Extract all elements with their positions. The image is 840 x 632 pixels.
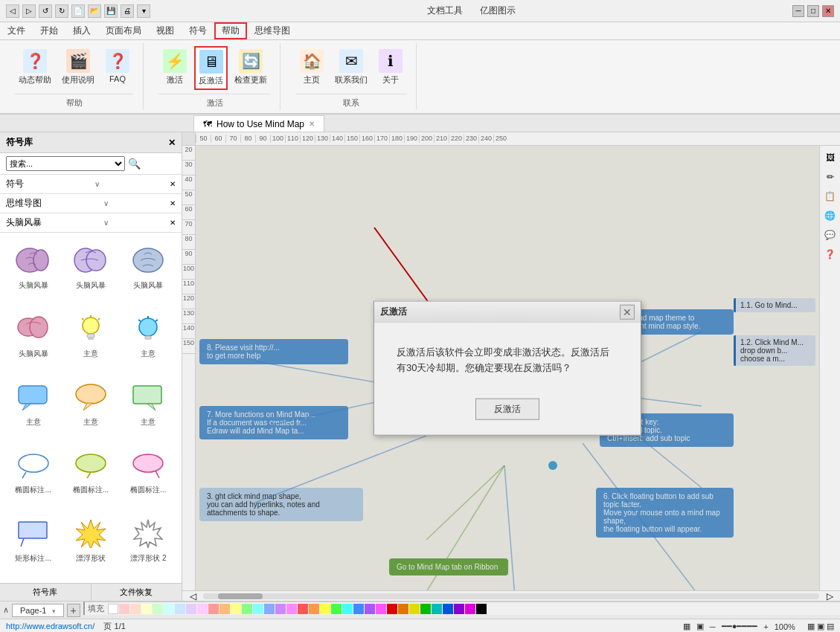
color-purple2[interactable] (275, 604, 286, 614)
ribbon-btn-faq[interactable]: ❓ FAQ (101, 46, 134, 86)
open-icon[interactable]: 📂 (88, 4, 101, 18)
symbol-item-brain2[interactable]: 头脑风暴 (63, 239, 118, 304)
symbol-item-speech3[interactable]: 主意 (121, 375, 176, 441)
statusbar-minus-icon[interactable]: ─ (710, 622, 716, 631)
dialog-close-button[interactable]: ✕ (620, 304, 635, 319)
color-green2[interactable] (242, 604, 252, 614)
scrollbar-horizontal[interactable]: ◁ ▷ (182, 590, 840, 601)
save-icon[interactable]: 💾 (104, 4, 118, 18)
symbol-item-burst1[interactable]: 漂浮形状 (63, 512, 118, 577)
redo-icon[interactable]: ↻ (55, 4, 68, 18)
print-icon[interactable]: 🖨 (121, 4, 134, 18)
symbol-item-ellipse3[interactable]: 椭圆标注... (121, 443, 176, 509)
ribbon-btn-deactivate[interactable]: 🖥 反激活 (194, 46, 228, 90)
color-magenta2[interactable] (286, 604, 297, 614)
color-green1[interactable] (153, 604, 163, 614)
rt-btn-clipboard[interactable]: 📋 (821, 187, 839, 205)
menu-file[interactable]: 文件 (0, 22, 33, 39)
undo-icon[interactable]: ↺ (39, 4, 52, 18)
rt-btn-image[interactable]: 🖼 (821, 149, 839, 167)
menu-start[interactable]: 开始 (33, 22, 65, 39)
scroll-track[interactable] (203, 593, 819, 599)
ribbon-btn-activate[interactable]: ⚡ 激活 (158, 46, 191, 88)
symbol-item-ellipse2[interactable]: 椭圆标注... (63, 443, 118, 509)
panel-section-mindmap-close[interactable]: ✕ (170, 199, 176, 207)
color-magenta3[interactable] (376, 604, 386, 614)
symbol-item-speech1[interactable]: 主意 (6, 375, 60, 441)
scroll-right-btn[interactable]: ▷ (822, 591, 837, 602)
color-darkorange[interactable] (398, 604, 408, 614)
symbol-item-speech2[interactable]: 主意 (63, 375, 118, 441)
symbol-item-bulb2[interactable]: 主意 (121, 307, 176, 373)
page-tab-1[interactable]: Page-1 ▾ (12, 604, 64, 617)
color-white[interactable] (108, 604, 118, 614)
symbol-item-burst2[interactable]: 漂浮形状 2 (121, 512, 176, 577)
panel-section-brainstorm-close[interactable]: ✕ (170, 219, 176, 227)
color-blue1[interactable] (175, 604, 185, 614)
color-cyan2[interactable] (253, 604, 263, 614)
menu-symbol[interactable]: 符号 (182, 22, 214, 39)
color-purple3[interactable] (365, 604, 375, 614)
ribbon-btn-manual[interactable]: 🎬 使用说明 (58, 46, 98, 88)
page-nav-up[interactable]: ∧ (3, 605, 9, 615)
ribbon-btn-contact[interactable]: ✉ 联系我们 (331, 46, 371, 88)
panel-footer-recovery[interactable]: 文件恢复 (92, 584, 182, 601)
color-darkyellow[interactable] (409, 604, 420, 614)
symbol-item-brain1[interactable]: 头脑风暴 (6, 239, 60, 304)
color-blue3[interactable] (353, 604, 364, 614)
menu-page-layout[interactable]: 页面布局 (98, 22, 149, 39)
color-red1[interactable] (208, 604, 219, 614)
statusbar-grid-icon[interactable]: ▦ (683, 622, 690, 631)
close-button[interactable]: ✕ (822, 5, 834, 17)
color-green3[interactable] (331, 604, 342, 614)
color-darkteal[interactable] (432, 604, 442, 614)
maximize-button[interactable]: □ (807, 5, 819, 17)
mindmap-canvas[interactable]: 8. Please visit http://...to get more he… (196, 146, 819, 590)
symbol-item-bulb1[interactable]: 主意 (63, 307, 118, 373)
color-darkpurple[interactable] (454, 604, 464, 614)
menu-insert[interactable]: 插入 (65, 22, 98, 39)
menu-mindmap[interactable]: 思维导图 (247, 22, 298, 39)
color-yellow2[interactable] (231, 604, 241, 614)
menu-help[interactable]: 帮助 (214, 22, 247, 39)
color-pink1[interactable] (119, 604, 129, 614)
dialog-deactivate-button[interactable]: 反激活 (475, 398, 539, 419)
color-cyan3[interactable] (342, 604, 353, 614)
rt-btn-chat[interactable]: 💬 (821, 226, 839, 244)
ribbon-btn-home[interactable]: 🏠 主页 (295, 46, 328, 88)
ribbon-btn-dynamic-help[interactable]: ❓ 动态帮助 (15, 46, 55, 88)
color-magenta1[interactable] (197, 604, 208, 614)
color-black[interactable] (476, 604, 487, 614)
minimize-button[interactable]: ─ (792, 5, 804, 17)
panel-footer-symbols[interactable]: 符号库 (0, 584, 92, 601)
search-icon[interactable]: 🔍 (128, 158, 141, 170)
color-orange1[interactable] (130, 604, 141, 614)
color-orange3[interactable] (309, 604, 319, 614)
color-red2[interactable] (298, 604, 308, 614)
color-darkred[interactable] (387, 604, 397, 614)
color-darkmagenta[interactable] (465, 604, 475, 614)
doc-tab-close[interactable]: ✕ (309, 120, 315, 128)
symbol-dropdown[interactable]: 搜索... (6, 156, 125, 171)
panel-section-symbol-close[interactable]: ✕ (170, 180, 176, 188)
rt-btn-edit[interactable]: ✏ (821, 168, 839, 186)
rt-btn-help[interactable]: ❓ (821, 245, 839, 263)
rt-btn-globe[interactable]: 🌐 (821, 207, 839, 225)
ribbon-btn-about[interactable]: ℹ 关于 (374, 46, 407, 88)
color-cyan1[interactable] (164, 604, 174, 614)
panel-section-symbol[interactable]: 符号 ∨ ✕ (0, 175, 182, 194)
forward-icon[interactable]: ▷ (22, 4, 36, 18)
symbol-item-rect1[interactable]: 矩形标注... (6, 512, 60, 577)
color-yellow3[interactable] (320, 604, 330, 614)
page-tab-1-dropdown[interactable]: ▾ (52, 607, 56, 615)
symbol-item-brain4[interactable]: 头脑风暴 (6, 307, 60, 373)
panel-section-brainstorm[interactable]: 头脑风暴 ∨ ✕ (0, 213, 182, 233)
statusbar-url[interactable]: http://www.edrawsoft.cn/ (6, 622, 94, 631)
statusbar-zoom-slider[interactable]: ━━●━━━━ (722, 622, 758, 631)
color-yellow1[interactable] (141, 604, 152, 614)
ribbon-btn-check-update[interactable]: 🔄 检查更新 (231, 46, 271, 88)
statusbar-fit-icon[interactable]: ▣ (696, 622, 704, 631)
back-icon[interactable]: ◁ (6, 4, 19, 18)
more-icon[interactable]: ▾ (137, 4, 150, 18)
symbol-item-ellipse1[interactable]: 椭圆标注... (6, 443, 60, 509)
